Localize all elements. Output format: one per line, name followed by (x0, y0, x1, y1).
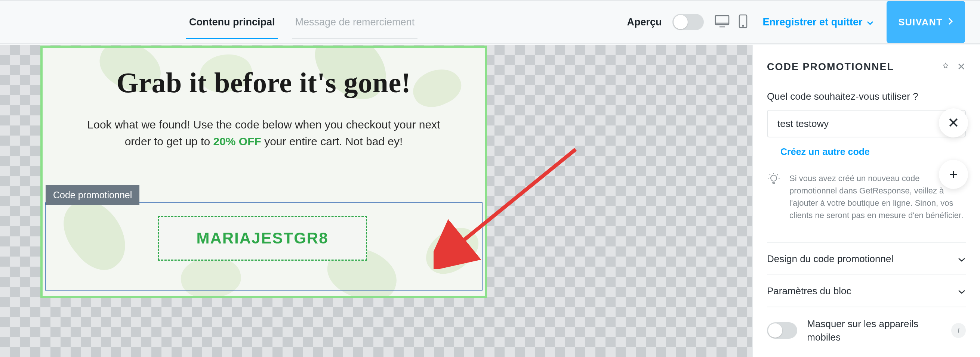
accordion-block-settings[interactable]: Paramètres du bloc (767, 275, 966, 307)
hide-mobile-label: Masquer sur les appareils mobiles (807, 317, 942, 344)
promo-code-text: MARIAJESTGR8 (196, 229, 328, 247)
subtext-highlight: 20% OFF (213, 135, 261, 148)
inspector-panel: CODE PROMOTIONNEL Quel code souhaitez-vo… (752, 45, 980, 357)
top-bar: Contenu principal Message de remerciemen… (0, 0, 980, 44)
svg-point-2 (742, 25, 743, 27)
chevron-down-icon (866, 16, 874, 28)
info-icon[interactable]: i (951, 323, 966, 338)
subtext-after: your entire cart. Not bad ey! (261, 135, 403, 148)
which-code-label: Quel code souhaitez-vous utiliser ? (767, 91, 966, 102)
panel-header: CODE PROMOTIONNEL (767, 61, 966, 73)
popup-frame[interactable]: Grab it before it's gone! Look what we f… (40, 46, 487, 298)
toggle-knob (768, 324, 782, 338)
popup-content: Grab it before it's gone! Look what we f… (43, 48, 485, 165)
accordion: Design du code promotionnel Paramètres d… (767, 242, 966, 307)
tab-thank-you[interactable]: Message de remerciement (292, 16, 418, 39)
save-exit-label: Enregistrer et quitter (763, 16, 863, 28)
select-value: test testowy (778, 118, 829, 130)
svg-point-4 (771, 175, 777, 181)
promo-code-block[interactable]: Code promotionnel MARIAJESTGR8 (45, 202, 482, 290)
close-icon: ✕ (948, 115, 959, 131)
tip-row: Si vous avez créé un nouveau code promot… (767, 172, 966, 221)
preview-group: Aperçu (627, 1, 748, 43)
pin-icon[interactable] (941, 62, 950, 73)
main: Grab it before it's gone! Look what we f… (0, 45, 980, 357)
accordion-design[interactable]: Design du code promotionnel (767, 243, 966, 275)
close-icon[interactable] (957, 62, 966, 73)
preview-toggle[interactable] (672, 14, 704, 30)
promo-code-box[interactable]: MARIAJESTGR8 (158, 216, 367, 261)
device-icons (714, 14, 748, 30)
tabs: Contenu principal Message de remerciemen… (186, 1, 432, 43)
next-button[interactable]: SUIVANT (886, 1, 965, 43)
canvas[interactable]: Grab it before it's gone! Look what we f… (0, 45, 752, 357)
add-button[interactable]: + (939, 160, 968, 189)
popup-headline[interactable]: Grab it before it's gone! (76, 67, 451, 99)
save-and-exit-link[interactable]: Enregistrer et quitter (763, 1, 874, 43)
preview-label: Aperçu (627, 16, 662, 28)
close-button[interactable]: ✕ (939, 108, 968, 137)
accordion-label: Design du code promotionnel (767, 253, 893, 265)
block-tag: Code promotionnel (46, 185, 139, 205)
hide-on-mobile-row: Masquer sur les appareils mobiles i (767, 317, 966, 344)
mobile-icon[interactable] (738, 14, 748, 30)
plus-icon: + (949, 167, 958, 182)
chevron-down-icon (958, 253, 966, 265)
popup-subtext[interactable]: Look what we found! Use the code below w… (76, 116, 451, 150)
tab-main-content[interactable]: Contenu principal (186, 16, 278, 39)
next-label: SUIVANT (899, 17, 943, 28)
tab-label: Message de remerciement (295, 16, 415, 28)
toggle-knob (673, 15, 688, 29)
hide-mobile-toggle[interactable] (767, 322, 797, 339)
panel-title: CODE PROMOTIONNEL (767, 61, 936, 73)
desktop-icon[interactable] (714, 14, 730, 30)
chevron-right-icon (948, 17, 953, 28)
tab-label: Contenu principal (189, 16, 275, 28)
accordion-label: Paramètres du bloc (767, 285, 851, 297)
promo-code-select[interactable]: test testowy (767, 110, 966, 137)
create-another-code-link[interactable]: Créez un autre code (780, 146, 870, 157)
floating-buttons: ✕ + (939, 108, 968, 189)
chevron-down-icon (958, 285, 966, 297)
lightbulb-icon (767, 172, 780, 221)
